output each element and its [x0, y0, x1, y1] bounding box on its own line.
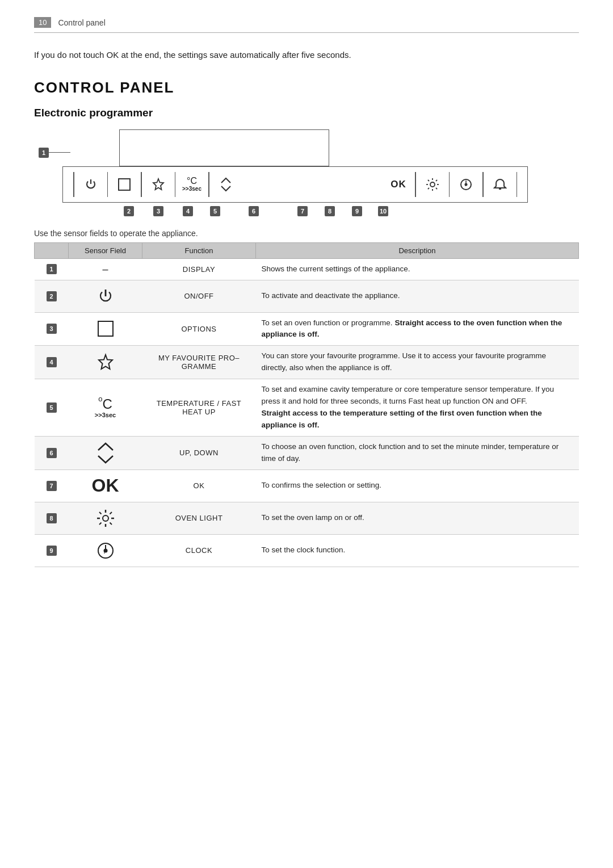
- section-title: CONTROL PANEL: [34, 79, 579, 97]
- star-icon: [96, 353, 115, 372]
- separator: [517, 172, 518, 197]
- page-header: 10 Control panel: [34, 17, 579, 33]
- col-description: Description: [256, 242, 579, 258]
- svg-line-8: [436, 179, 437, 181]
- table-row: 4 MY FAVOURITE PRO–GRAMME You can store …: [35, 346, 579, 379]
- description-2: To activate and deactivate the appliance…: [256, 280, 579, 312]
- svg-line-23: [110, 512, 112, 514]
- function-9: CLOCK: [142, 534, 256, 567]
- badge-9: 9: [352, 206, 362, 216]
- power-button-diagram: [78, 171, 104, 198]
- favourite-button-diagram: [145, 171, 171, 198]
- sensor-label: Use the sensor fields to operate the app…: [34, 229, 579, 238]
- row-num-5: 5: [35, 379, 69, 437]
- clock-button-diagram: !: [453, 171, 479, 198]
- intro-text: If you do not touch OK at the end, the s…: [34, 49, 579, 62]
- sensor-icon-8: [69, 502, 142, 534]
- function-7: OK: [142, 469, 256, 502]
- col-sensor: Sensor Field: [69, 242, 142, 258]
- up-icon-diagram: [220, 177, 232, 184]
- options-button-diagram: [111, 171, 137, 198]
- table-row: 5 oC >>3sec TEMPERATURE / FASTHEAT UP To…: [35, 379, 579, 437]
- table-row: 6 UP, DOWN To choose an oven function, c…: [35, 436, 579, 469]
- up-icon: [96, 442, 115, 452]
- sensor-icon-4: [69, 346, 142, 379]
- row-num-3: 3: [35, 312, 69, 346]
- separator: [482, 172, 484, 197]
- badge-7: 7: [297, 206, 308, 216]
- updown-button-diagram: [213, 177, 239, 192]
- badge-2: 2: [124, 206, 134, 216]
- separator: [107, 172, 108, 197]
- clock-icon: !: [96, 541, 115, 560]
- svg-text:!: !: [103, 549, 105, 555]
- row-num-1: 1: [35, 258, 69, 280]
- options-icon: [98, 321, 114, 337]
- description-4: You can store your favourite programme. …: [256, 346, 579, 379]
- description-8: To set the oven lamp on or off.: [256, 502, 579, 534]
- temperature-button-diagram: °C >>3sec: [179, 177, 205, 192]
- function-4: MY FAVOURITE PRO–GRAMME: [142, 346, 256, 379]
- sensor-icon-7: OK: [69, 469, 142, 502]
- separator: [141, 172, 142, 197]
- svg-line-24: [99, 522, 102, 525]
- svg-line-9: [427, 188, 429, 189]
- table-header-row: Sensor Field Function Description: [35, 242, 579, 258]
- separator: [415, 172, 416, 197]
- sensor-icon-1: –: [69, 258, 142, 280]
- description-1: Shows the current settings of the applia…: [256, 258, 579, 280]
- col-function: Function: [142, 242, 256, 258]
- table-row: 9 ! CLOCK To set the clock function.: [35, 534, 579, 567]
- light-icon-diagram: [425, 177, 440, 192]
- row-num-7: 7: [35, 469, 69, 502]
- row-num-9: 9: [35, 534, 69, 567]
- function-6: UP, DOWN: [142, 436, 256, 469]
- function-2: ON/OFF: [142, 280, 256, 312]
- sensor-table: Sensor Field Function Description 1 – DI…: [34, 242, 579, 567]
- table-row: 3 OPTIONS To set an oven function or pro…: [35, 312, 579, 346]
- power-icon-diagram: [84, 178, 98, 191]
- sensor-icon-3: [69, 312, 142, 346]
- svg-marker-15: [99, 355, 112, 369]
- row-num-8: 8: [35, 502, 69, 534]
- col-num: [35, 242, 69, 258]
- function-3: OPTIONS: [142, 312, 256, 346]
- description-7: To confirms the selection or setting.: [256, 469, 579, 502]
- description-5: To set and examine cavity temperature or…: [256, 379, 579, 437]
- svg-line-21: [99, 512, 102, 514]
- clock-icon-diagram: !: [459, 178, 473, 191]
- ok-icon: OK: [92, 475, 119, 496]
- separator: [208, 172, 209, 197]
- badge-10: 10: [378, 206, 388, 216]
- function-8: OVEN LIGHT: [142, 502, 256, 534]
- table-row: 7 OK OK To confirms the selection or set…: [35, 469, 579, 502]
- badge-5: 5: [210, 206, 220, 216]
- row-num-4: 4: [35, 346, 69, 379]
- svg-line-7: [436, 188, 437, 189]
- star-icon-diagram: [151, 177, 166, 192]
- description-3: To set an oven function or programme. St…: [256, 312, 579, 346]
- svg-line-22: [110, 522, 112, 525]
- separator: [175, 172, 176, 197]
- row-num-2: 2: [35, 280, 69, 312]
- svg-marker-0: [153, 179, 163, 190]
- down-icon: [96, 454, 115, 464]
- display-box: [119, 129, 329, 166]
- page-number: 10: [34, 17, 51, 28]
- down-icon-diagram: [220, 185, 232, 192]
- page-title: Control panel: [58, 18, 105, 27]
- sensor-icon-5: oC >>3sec: [69, 379, 142, 437]
- programmer-diagram: 1 °C >>3sec: [62, 129, 579, 216]
- controls-row: °C >>3sec OK: [62, 166, 528, 203]
- power-icon: [96, 287, 115, 305]
- badge-6: 6: [249, 206, 259, 216]
- badge-4: 4: [183, 206, 193, 216]
- badge-3: 3: [153, 206, 163, 216]
- svg-point-1: [430, 182, 435, 187]
- ovenlight-icon: [96, 509, 115, 528]
- sensor-icon-2: [69, 280, 142, 312]
- description-9: To set the clock function.: [256, 534, 579, 567]
- table-row: 1 – DISPLAY Shows the current settings o…: [35, 258, 579, 280]
- table-row: 2 ON/OFF To activate and deactivate the …: [35, 280, 579, 312]
- separator: [73, 172, 74, 197]
